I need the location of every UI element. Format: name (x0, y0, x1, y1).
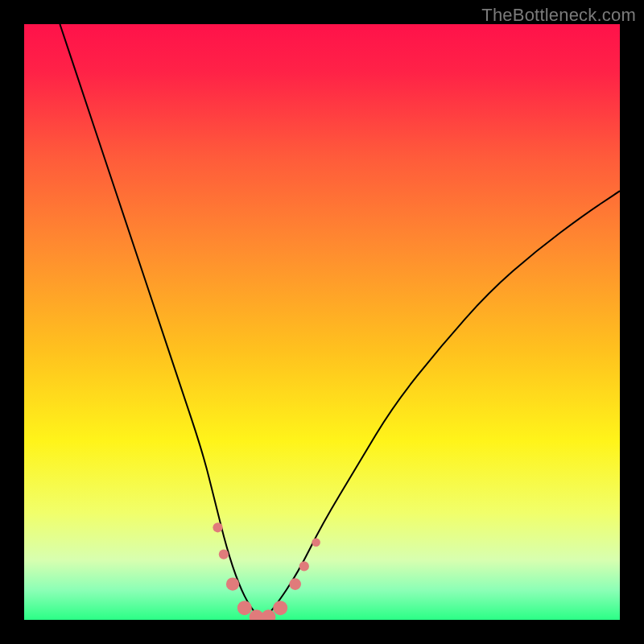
chart-svg (24, 24, 620, 620)
curve-marker (237, 601, 252, 615)
curve-marker (213, 522, 222, 532)
curve-marker (312, 539, 320, 547)
curve-marker (226, 577, 239, 590)
plot-area (24, 24, 620, 620)
curve-marker (273, 601, 287, 615)
curve-marker (299, 561, 309, 571)
chart-frame: TheBottleneck.com (0, 0, 644, 644)
gradient-background (24, 24, 620, 620)
curve-marker (219, 549, 229, 559)
watermark-text: TheBottleneck.com (481, 5, 636, 26)
curve-marker (289, 578, 301, 590)
